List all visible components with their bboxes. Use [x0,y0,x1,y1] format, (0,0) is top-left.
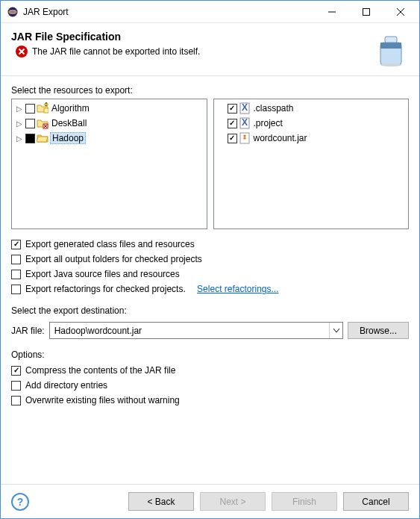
checkbox[interactable] [11,366,21,376]
jar-file-field-label: JAR file: [11,326,45,336]
chevron-down-icon[interactable] [329,323,342,338]
project-folder-icon: ! [37,102,48,114]
export-class-checkbox-row[interactable]: Export generated class files and resourc… [11,237,409,252]
tree-item-label: DeskBall [50,118,88,128]
svg-rect-8 [385,37,397,43]
expand-icon[interactable]: ▷ [15,105,24,113]
svg-point-9 [380,63,401,66]
checkbox-label: Add directory entries [25,380,107,391]
checkbox[interactable] [11,255,21,264]
checkbox[interactable] [228,134,237,143]
svg-text:X: X [241,102,247,113]
minimize-button[interactable] [315,1,349,22]
svg-text:!: ! [45,102,47,108]
xml-file-icon: X [239,102,251,114]
checkbox[interactable] [11,270,21,279]
expand-icon[interactable]: ▷ [15,119,24,128]
jar-file-icon [239,132,251,144]
next-button: Next > [200,492,266,511]
checkbox[interactable] [11,396,21,405]
xml-file-icon: X [239,117,251,129]
jar-file-combo[interactable] [49,322,343,339]
tree-item-label: Algorithm [50,103,91,114]
file-list[interactable]: X .classpath X .project wordcount.jar [213,99,410,229]
options-label: Options: [11,349,409,360]
error-message: The JAR file cannot be exported into its… [32,46,200,57]
back-button[interactable]: < Back [128,492,194,511]
wizard-footer: ? < Back Next > Finish Cancel [1,484,419,518]
page-title: JAR File Specification [11,31,373,43]
jar-export-dialog: JAR Export JAR File Specification The JA… [0,0,420,519]
checkbox[interactable] [11,240,21,249]
checkbox-label: Export refactorings for checked projects… [25,284,186,294]
resources-label: Select the resources to export: [11,85,409,96]
jar-banner-icon [373,31,409,68]
tree-item-label: Hadoop [50,132,86,144]
svg-rect-3 [363,8,370,15]
list-item[interactable]: wordcount.jar [217,131,406,146]
checkbox[interactable] [11,285,21,294]
checkbox[interactable] [25,104,35,114]
checkbox-label: Export Java source files and resources [25,269,180,279]
finish-button: Finish [272,492,337,511]
compress-checkbox-row[interactable]: Compress the contents of the JAR file [11,363,409,378]
checkbox[interactable] [228,119,237,128]
help-button[interactable]: ? [11,493,29,511]
checkbox[interactable] [25,134,35,143]
checkbox[interactable] [228,104,237,114]
checkbox-label: Export all output folders for checked pr… [25,254,202,264]
project-folder-icon [37,132,48,144]
list-item[interactable]: X .project [217,116,406,131]
svg-rect-10 [44,108,48,113]
eclipse-icon [7,6,19,18]
tree-item[interactable]: ▷ DeskBall [15,116,204,131]
checkbox[interactable] [11,381,21,391]
select-refactorings-link[interactable]: Select refactorings... [197,284,278,294]
jar-file-input[interactable] [50,326,329,336]
project-tree[interactable]: ▷ ! Algorithm ▷ DeskBall [11,99,207,229]
checkbox-label: Compress the contents of the JAR file [25,365,175,376]
checkbox-label: Overwrite existing files without warning [25,395,180,405]
checkbox[interactable] [25,119,35,128]
expand-icon[interactable]: ▷ [15,134,24,143]
close-button[interactable] [383,1,418,22]
cancel-button[interactable]: Cancel [343,492,409,511]
list-item-label: .classpath [252,103,295,114]
titlebar: JAR Export [1,1,419,23]
add-dir-checkbox-row[interactable]: Add directory entries [11,378,409,393]
export-refactor-checkbox-row[interactable]: Export refactorings for checked projects… [11,282,409,296]
tree-item[interactable]: ▷ ! Algorithm [15,101,204,116]
wizard-header: JAR File Specification The JAR file cann… [1,23,419,76]
svg-text:X: X [241,117,247,128]
list-item[interactable]: X .classpath [217,101,406,116]
browse-button[interactable]: Browse... [348,322,409,339]
project-folder-icon [37,117,48,129]
tree-item[interactable]: ▷ Hadoop [15,131,204,146]
destination-label: Select the export destination: [11,305,409,316]
svg-rect-7 [380,43,401,49]
window-title: JAR Export [23,7,315,17]
export-source-checkbox-row[interactable]: Export Java source files and resources [11,267,409,282]
list-item-label: .project [252,118,284,128]
overwrite-checkbox-row[interactable]: Overwrite existing files without warning [11,393,409,408]
checkbox-label: Export generated class files and resourc… [25,239,195,249]
maximize-button[interactable] [349,1,383,22]
error-icon [16,46,28,58]
list-item-label: wordcount.jar [252,133,309,143]
export-output-checkbox-row[interactable]: Export all output folders for checked pr… [11,252,409,267]
